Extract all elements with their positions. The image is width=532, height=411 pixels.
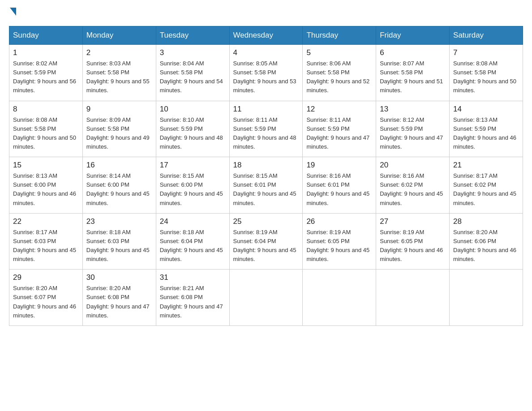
day-number: 8 [13, 105, 79, 114]
calendar-cell: 25Sunrise: 8:19 AMSunset: 6:04 PMDayligh… [229, 213, 303, 270]
day-number: 16 [86, 161, 152, 170]
day-number: 19 [306, 161, 372, 170]
day-number: 31 [160, 273, 226, 282]
page-header [9, 9, 523, 17]
day-number: 20 [380, 161, 446, 170]
cell-info: Sunrise: 8:14 AMSunset: 6:00 PMDaylight:… [86, 171, 152, 208]
cell-info: Sunrise: 8:15 AMSunset: 6:00 PMDaylight:… [160, 171, 226, 208]
day-number: 9 [86, 105, 152, 114]
calendar-cell: 17Sunrise: 8:15 AMSunset: 6:00 PMDayligh… [156, 157, 229, 214]
cell-info: Sunrise: 8:05 AMSunset: 5:58 PMDaylight:… [233, 59, 299, 95]
col-header-thursday: Thursday [303, 26, 376, 45]
calendar-cell: 24Sunrise: 8:18 AMSunset: 6:04 PMDayligh… [156, 213, 229, 270]
day-number: 2 [86, 48, 152, 57]
logo [9, 9, 16, 17]
calendar-cell: 3Sunrise: 8:04 AMSunset: 5:58 PMDaylight… [156, 45, 229, 101]
week-row-3: 15Sunrise: 8:13 AMSunset: 6:00 PMDayligh… [9, 157, 523, 214]
cell-info: Sunrise: 8:07 AMSunset: 5:58 PMDaylight:… [380, 59, 446, 95]
calendar-table: SundayMondayTuesdayWednesdayThursdayFrid… [9, 26, 523, 326]
day-number: 28 [453, 217, 519, 226]
day-number: 1 [13, 48, 79, 57]
week-row-1: 1Sunrise: 8:02 AMSunset: 5:59 PMDaylight… [9, 45, 523, 101]
col-header-sunday: Sunday [9, 26, 83, 45]
cell-info: Sunrise: 8:12 AMSunset: 5:59 PMDaylight:… [380, 116, 446, 152]
cell-info: Sunrise: 8:16 AMSunset: 6:01 PMDaylight:… [306, 171, 372, 208]
cell-info: Sunrise: 8:13 AMSunset: 6:00 PMDaylight:… [13, 171, 79, 208]
cell-info: Sunrise: 8:20 AMSunset: 6:08 PMDaylight:… [86, 284, 152, 320]
day-number: 27 [380, 217, 446, 226]
day-number: 13 [380, 105, 446, 114]
col-header-monday: Monday [82, 26, 156, 45]
calendar-cell: 9Sunrise: 8:09 AMSunset: 5:58 PMDaylight… [82, 101, 156, 157]
calendar-cell: 15Sunrise: 8:13 AMSunset: 6:00 PMDayligh… [9, 157, 83, 214]
calendar-cell: 12Sunrise: 8:11 AMSunset: 5:59 PMDayligh… [303, 101, 376, 157]
calendar-cell: 30Sunrise: 8:20 AMSunset: 6:08 PMDayligh… [82, 270, 156, 326]
day-number: 18 [233, 161, 299, 170]
cell-info: Sunrise: 8:13 AMSunset: 5:59 PMDaylight:… [453, 116, 519, 152]
day-number: 4 [233, 48, 299, 57]
cell-info: Sunrise: 8:20 AMSunset: 6:07 PMDaylight:… [13, 284, 79, 320]
week-row-2: 8Sunrise: 8:08 AMSunset: 5:58 PMDaylight… [9, 101, 523, 157]
calendar-cell: 10Sunrise: 8:10 AMSunset: 5:59 PMDayligh… [156, 101, 229, 157]
day-number: 17 [160, 161, 226, 170]
calendar-cell: 28Sunrise: 8:20 AMSunset: 6:06 PMDayligh… [450, 213, 523, 270]
cell-info: Sunrise: 8:11 AMSunset: 5:59 PMDaylight:… [233, 116, 299, 152]
calendar-cell: 13Sunrise: 8:12 AMSunset: 5:59 PMDayligh… [376, 101, 450, 157]
day-number: 29 [13, 273, 79, 282]
calendar-cell: 16Sunrise: 8:14 AMSunset: 6:00 PMDayligh… [82, 157, 156, 214]
calendar-cell: 26Sunrise: 8:19 AMSunset: 6:05 PMDayligh… [303, 213, 376, 270]
calendar-cell: 7Sunrise: 8:08 AMSunset: 5:58 PMDaylight… [450, 45, 523, 101]
calendar-cell: 22Sunrise: 8:17 AMSunset: 6:03 PMDayligh… [9, 213, 83, 270]
calendar-cell [303, 270, 376, 326]
cell-info: Sunrise: 8:06 AMSunset: 5:58 PMDaylight:… [306, 59, 372, 95]
cell-info: Sunrise: 8:04 AMSunset: 5:58 PMDaylight:… [160, 59, 226, 95]
week-row-4: 22Sunrise: 8:17 AMSunset: 6:03 PMDayligh… [9, 213, 523, 270]
day-number: 3 [160, 48, 226, 57]
cell-info: Sunrise: 8:08 AMSunset: 5:58 PMDaylight:… [453, 59, 519, 95]
cell-info: Sunrise: 8:17 AMSunset: 6:03 PMDaylight:… [13, 228, 79, 264]
day-number: 6 [380, 48, 446, 57]
cell-info: Sunrise: 8:02 AMSunset: 5:59 PMDaylight:… [13, 59, 79, 95]
calendar-cell: 14Sunrise: 8:13 AMSunset: 5:59 PMDayligh… [450, 101, 523, 157]
cell-info: Sunrise: 8:19 AMSunset: 6:04 PMDaylight:… [233, 228, 299, 264]
calendar-cell [376, 270, 450, 326]
day-number: 7 [453, 48, 519, 57]
calendar-header-row: SundayMondayTuesdayWednesdayThursdayFrid… [9, 26, 523, 45]
day-number: 10 [160, 105, 226, 114]
cell-info: Sunrise: 8:17 AMSunset: 6:02 PMDaylight:… [453, 171, 519, 208]
calendar-cell: 23Sunrise: 8:18 AMSunset: 6:03 PMDayligh… [82, 213, 156, 270]
calendar-cell: 31Sunrise: 8:21 AMSunset: 6:08 PMDayligh… [156, 270, 229, 326]
cell-info: Sunrise: 8:09 AMSunset: 5:58 PMDaylight:… [86, 116, 152, 152]
calendar-cell: 2Sunrise: 8:03 AMSunset: 5:58 PMDaylight… [82, 45, 156, 101]
cell-info: Sunrise: 8:08 AMSunset: 5:58 PMDaylight:… [13, 116, 79, 152]
day-number: 15 [13, 161, 79, 170]
cell-info: Sunrise: 8:03 AMSunset: 5:58 PMDaylight:… [86, 59, 152, 95]
calendar-cell [450, 270, 523, 326]
calendar-cell: 5Sunrise: 8:06 AMSunset: 5:58 PMDaylight… [303, 45, 376, 101]
cell-info: Sunrise: 8:15 AMSunset: 6:01 PMDaylight:… [233, 171, 299, 208]
calendar-cell: 20Sunrise: 8:16 AMSunset: 6:02 PMDayligh… [376, 157, 450, 214]
calendar-cell: 11Sunrise: 8:11 AMSunset: 5:59 PMDayligh… [229, 101, 303, 157]
col-header-tuesday: Tuesday [156, 26, 229, 45]
cell-info: Sunrise: 8:18 AMSunset: 6:04 PMDaylight:… [160, 228, 226, 264]
calendar-cell: 29Sunrise: 8:20 AMSunset: 6:07 PMDayligh… [9, 270, 83, 326]
day-number: 25 [233, 217, 299, 226]
cell-info: Sunrise: 8:19 AMSunset: 6:05 PMDaylight:… [380, 228, 446, 264]
cell-info: Sunrise: 8:21 AMSunset: 6:08 PMDaylight:… [160, 284, 226, 320]
cell-info: Sunrise: 8:20 AMSunset: 6:06 PMDaylight:… [453, 228, 519, 264]
col-header-saturday: Saturday [450, 26, 523, 45]
calendar-cell: 27Sunrise: 8:19 AMSunset: 6:05 PMDayligh… [376, 213, 450, 270]
logo-arrow-icon [10, 8, 16, 16]
col-header-friday: Friday [376, 26, 450, 45]
cell-info: Sunrise: 8:11 AMSunset: 5:59 PMDaylight:… [306, 116, 372, 152]
calendar-cell [229, 270, 303, 326]
day-number: 14 [453, 105, 519, 114]
day-number: 21 [453, 161, 519, 170]
day-number: 22 [13, 217, 79, 226]
calendar-cell: 21Sunrise: 8:17 AMSunset: 6:02 PMDayligh… [450, 157, 523, 214]
day-number: 12 [306, 105, 372, 114]
day-number: 24 [160, 217, 226, 226]
cell-info: Sunrise: 8:10 AMSunset: 5:59 PMDaylight:… [160, 116, 226, 152]
day-number: 11 [233, 105, 299, 114]
calendar-cell: 1Sunrise: 8:02 AMSunset: 5:59 PMDaylight… [9, 45, 83, 101]
